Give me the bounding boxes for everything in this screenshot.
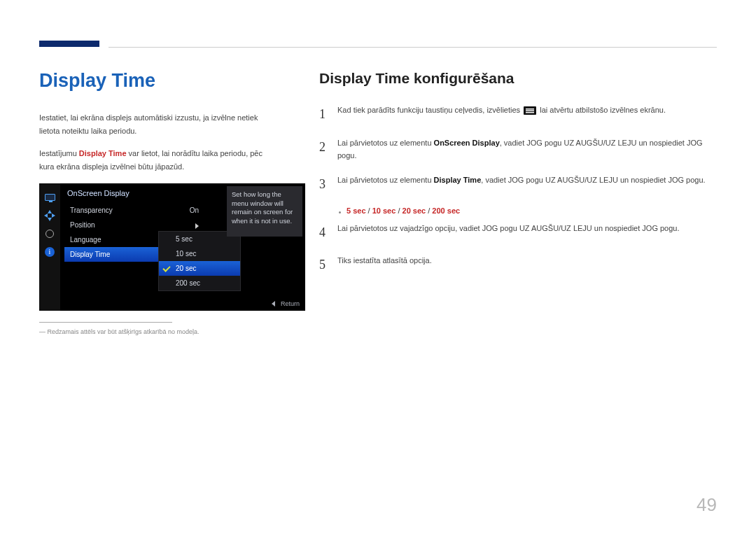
intro-paragraph-1: Iestatiet, lai ekrāna displejs automātis… [39, 111, 277, 137]
header-accent-bar [39, 41, 99, 47]
step1-post: lai atvērtu atbilstošo izvēlnes ekrānu. [540, 106, 666, 114]
info-icon: i [43, 246, 56, 258]
step-1: 1 Kad tiek parādīts funkciju taustiņu ce… [319, 104, 717, 125]
footnote: ― Redzamais attēls var būt atšķirīgs atk… [39, 328, 277, 335]
step-num-5: 5 [319, 254, 329, 276]
menu-button-icon [524, 106, 536, 115]
opt-d: 200 sec [432, 206, 460, 215]
section-subtitle: Display Time konfigurēšana [319, 70, 717, 87]
osd-row-label: Language [70, 236, 102, 244]
step-4: 4 Lai pārvietotos uz vajadzīgo opciju, v… [319, 222, 717, 244]
options-bullet: 5 sec / 10 sec / 20 sec / 200 sec [339, 206, 717, 215]
p2-strong: Display Time [79, 149, 127, 157]
osd-dropdown: 5 sec10 sec20 sec200 sec [158, 231, 241, 291]
osd-row-value: On [190, 206, 199, 214]
step2-strong: OnScreen Display [434, 139, 500, 147]
step5-body: Tiks iestatīta atlasītā opcija. [337, 254, 717, 276]
osd-row-value [195, 223, 199, 229]
header-rule [108, 47, 717, 48]
bullet-icon [339, 211, 341, 213]
p2-pre: Iestatījumu [39, 149, 79, 157]
step4-body: Lai pārvietotos uz vajadzīgo opciju, vad… [337, 222, 717, 244]
step-num-4: 4 [319, 222, 329, 244]
sep1: / [366, 206, 372, 215]
sep2: / [396, 206, 402, 215]
intro-paragraph-2: Iestatījumu Display Time var lietot, lai… [39, 147, 277, 173]
triangle-left-icon [272, 301, 275, 307]
page-title: Display Time [39, 70, 277, 92]
arrows-icon [43, 210, 56, 221]
osd-dropdown-item: 20 sec [159, 261, 240, 276]
monitor-icon [43, 192, 56, 203]
svg-rect-1 [526, 108, 534, 110]
osd-dropdown-item: 10 sec [159, 246, 240, 261]
osd-sidebar-icons: i [39, 183, 60, 311]
svg-rect-2 [526, 111, 534, 112]
osd-row-label: Position [70, 221, 95, 229]
opt-c: 20 sec [402, 206, 426, 215]
step-num-3: 3 [319, 174, 329, 195]
step-num-2: 2 [319, 136, 329, 162]
osd-row: TransparencyOn [64, 203, 204, 218]
osd-screenshot: i OnScreen Display TransparencyOnPositio… [39, 183, 305, 311]
opt-b: 10 sec [372, 206, 396, 215]
osd-description: Set how long the menu window will remain… [227, 186, 302, 237]
osd-dropdown-item: 200 sec [159, 276, 240, 290]
step3-strong: Display Time [434, 176, 482, 184]
step3-post: , vadiet JOG pogu UZ AUGŠU/UZ LEJU un no… [481, 176, 705, 184]
osd-return-label: Return [281, 300, 300, 307]
step-2: 2 Lai pārvietotos uz elementu OnScreen D… [319, 136, 717, 162]
page-number: 49 [696, 494, 717, 516]
osd-row-label: Transparency [70, 206, 113, 214]
step3-pre: Lai pārvietotos uz elementu [337, 176, 434, 184]
step2-pre: Lai pārvietotos uz elementu [337, 139, 434, 147]
svg-rect-3 [526, 112, 534, 113]
step-5: 5 Tiks iestatīta atlasītā opcija. [319, 254, 717, 276]
footnote-text: Redzamais attēls var būt atšķirīgs atkar… [48, 328, 200, 335]
sep3: / [426, 206, 432, 215]
opt-a: 5 sec [346, 206, 366, 215]
gear-icon [43, 228, 56, 239]
step-num-1: 1 [319, 104, 329, 125]
step1-pre: Kad tiek parādīts funkciju taustiņu ceļv… [337, 106, 522, 114]
step-3: 3 Lai pārvietotos uz elementu Display Ti… [319, 174, 717, 195]
osd-row-label: Display Time [70, 251, 110, 258]
note-rule [39, 322, 172, 323]
osd-return: Return [272, 300, 300, 307]
osd-row: Position [64, 218, 204, 232]
